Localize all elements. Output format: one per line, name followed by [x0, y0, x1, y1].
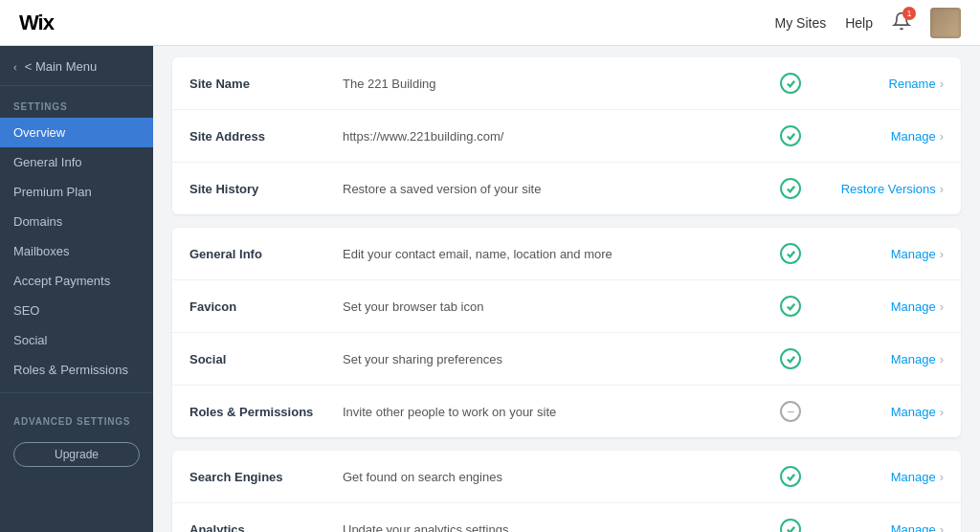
my-sites-link[interactable]: My Sites [775, 15, 827, 31]
general-settings-card: General Info Edit your contact email, na… [172, 228, 961, 437]
roles-permissions-action: Manage › [819, 405, 944, 419]
site-name-action: Rename › [819, 77, 944, 91]
search-engines-manage-button[interactable]: Manage [891, 470, 936, 484]
site-name-label: Site Name [189, 77, 343, 91]
check-circle-icon [780, 73, 801, 94]
social-status [762, 348, 819, 369]
settings-section-label: SETTINGS [0, 86, 153, 118]
check-circle-icon [780, 243, 801, 264]
site-history-status [762, 178, 819, 199]
rename-button[interactable]: Rename [889, 77, 936, 91]
check-circle-icon [780, 125, 801, 146]
search-engines-status [762, 466, 819, 487]
check-circle-icon [780, 466, 801, 487]
main-menu-label: < Main Menu [25, 59, 98, 74]
site-address-label: Site Address [189, 129, 343, 144]
advanced-settings-card: Search Engines Get found on search engin… [172, 451, 961, 532]
analytics-label: Analytics [189, 522, 343, 533]
roles-permissions-row: Roles & Permissions Invite other people … [172, 386, 961, 437]
notification-badge: 1 [902, 7, 916, 20]
sidebar-item-overview[interactable]: Overview [0, 118, 153, 147]
general-info-row: General Info Edit your contact email, na… [172, 228, 961, 280]
roles-permissions-manage-button[interactable]: Manage [891, 405, 936, 419]
site-address-action: Manage › [819, 129, 944, 144]
site-history-label: Site History [189, 182, 343, 196]
social-action: Manage › [819, 352, 944, 366]
main-content: Site Name The 221 Building Rename › Site… [153, 46, 980, 532]
top-navigation: Wix My Sites Help 1 [0, 0, 980, 46]
roles-permissions-status [762, 401, 819, 422]
advanced-settings-section-label: ADVANCED SETTINGS [0, 401, 153, 432]
general-info-manage-button[interactable]: Manage [891, 247, 936, 261]
minus-circle-icon [780, 401, 801, 422]
sidebar-item-premium-plan[interactable]: Premium Plan [0, 177, 153, 207]
restore-versions-button[interactable]: Restore Versions [841, 182, 936, 196]
upgrade-button[interactable]: Upgrade [13, 442, 140, 467]
sidebar-item-accept-payments[interactable]: Accept Payments [0, 266, 153, 296]
main-menu-link[interactable]: ‹ < Main Menu [0, 46, 153, 86]
sidebar-divider [0, 392, 153, 393]
site-name-row: Site Name The 221 Building Rename › [172, 57, 961, 110]
row-chevron-icon: › [940, 129, 944, 144]
check-circle-icon [780, 348, 801, 369]
analytics-status [762, 519, 819, 532]
site-history-desc: Restore a saved version of your site [343, 182, 762, 196]
site-address-row: Site Address https://www.221building.com… [172, 110, 961, 163]
sidebar-item-seo[interactable]: SEO [0, 296, 153, 325]
row-chevron-icon: › [940, 182, 944, 196]
roles-permissions-desc: Invite other people to work on your site [343, 405, 762, 419]
sidebar-item-social[interactable]: Social [0, 325, 153, 355]
site-address-manage-button[interactable]: Manage [891, 129, 936, 144]
search-engines-action: Manage › [819, 470, 944, 484]
site-history-action: Restore Versions › [819, 182, 944, 196]
social-row: Social Set your sharing preferences Mana… [172, 333, 961, 386]
notifications-bell[interactable]: 1 [892, 11, 911, 34]
topnav-right: My Sites Help 1 [775, 8, 961, 38]
row-chevron-icon: › [940, 470, 944, 484]
social-label: Social [189, 352, 343, 366]
site-name-desc: The 221 Building [343, 77, 762, 91]
favicon-action: Manage › [819, 299, 944, 314]
analytics-row: Analytics Update your analytics settings… [172, 503, 961, 532]
check-circle-icon [780, 519, 801, 532]
general-info-label: General Info [189, 247, 343, 261]
row-chevron-icon: › [940, 352, 944, 366]
sidebar-item-general-info[interactable]: General Info [0, 147, 153, 177]
main-layout: ‹ < Main Menu SETTINGS Overview General … [0, 46, 980, 532]
social-desc: Set your sharing preferences [343, 352, 762, 366]
site-history-row: Site History Restore a saved version of … [172, 163, 961, 214]
chevron-left-icon: ‹ [13, 61, 17, 73]
favicon-manage-button[interactable]: Manage [891, 299, 936, 314]
analytics-manage-button[interactable]: Manage [891, 522, 936, 533]
site-info-card: Site Name The 221 Building Rename › Site… [172, 57, 961, 214]
search-engines-row: Search Engines Get found on search engin… [172, 451, 961, 503]
social-manage-button[interactable]: Manage [891, 352, 936, 366]
sidebar-item-roles-permissions[interactable]: Roles & Permissions [0, 355, 153, 385]
wix-logo: Wix [19, 11, 54, 35]
analytics-action: Manage › [819, 522, 944, 533]
check-circle-icon [780, 178, 801, 199]
search-engines-desc: Get found on search engines [343, 470, 762, 484]
row-chevron-icon: › [940, 247, 944, 261]
row-chevron-icon: › [940, 522, 944, 533]
site-address-status [762, 125, 819, 146]
general-info-action: Manage › [819, 247, 944, 261]
general-info-desc: Edit your contact email, name, location … [343, 247, 762, 261]
favicon-desc: Set your browser tab icon [343, 299, 762, 314]
sidebar-item-domains[interactable]: Domains [0, 207, 153, 236]
row-chevron-icon: › [940, 77, 944, 91]
check-circle-icon [780, 296, 801, 317]
row-chevron-icon: › [940, 299, 944, 314]
general-info-status [762, 243, 819, 264]
user-avatar[interactable] [930, 8, 961, 38]
site-address-desc: https://www.221building.com/ [343, 129, 762, 144]
favicon-row: Favicon Set your browser tab icon Manage… [172, 280, 961, 333]
favicon-label: Favicon [189, 299, 343, 314]
help-link[interactable]: Help [845, 15, 873, 31]
roles-permissions-label: Roles & Permissions [189, 405, 343, 419]
analytics-desc: Update your analytics settings [343, 522, 762, 533]
favicon-status [762, 296, 819, 317]
sidebar-item-mailboxes[interactable]: Mailboxes [0, 236, 153, 266]
site-name-status [762, 73, 819, 94]
sidebar: ‹ < Main Menu SETTINGS Overview General … [0, 46, 153, 532]
